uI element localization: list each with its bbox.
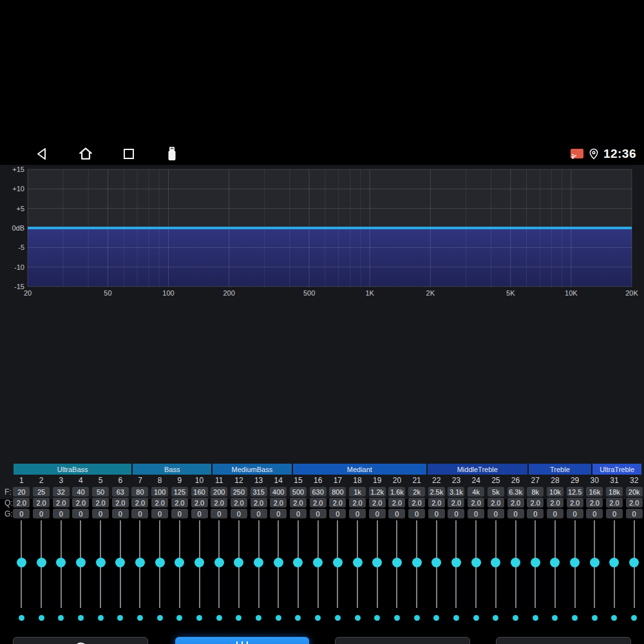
slider-knob-31[interactable] — [609, 558, 619, 567]
band-bass[interactable]: Bass — [133, 464, 211, 475]
gain-slider-26[interactable] — [506, 520, 526, 608]
band-bar: UltraBassBassMediumBassMediantMiddleTreb… — [14, 464, 641, 475]
slider-knob-24[interactable] — [471, 558, 481, 567]
band-treble[interactable]: Treble — [529, 464, 592, 475]
gain-slider-14[interactable] — [269, 520, 289, 608]
gain-slider-17[interactable] — [328, 520, 348, 608]
eq-tab-button[interactable] — [175, 637, 309, 644]
gain-slider-9[interactable] — [170, 520, 190, 608]
channel-dot-27 — [533, 615, 538, 621]
slider-knob-1[interactable] — [17, 558, 26, 567]
band-middletreble[interactable]: MiddleTreble — [428, 464, 527, 475]
gain-slider-19[interactable] — [367, 520, 387, 608]
freq-value-19: 1.2k — [369, 487, 386, 497]
slider-knob-11[interactable] — [214, 558, 224, 567]
usb-button[interactable] — [160, 144, 184, 164]
gain-slider-7[interactable] — [130, 520, 150, 608]
gain-slider-15[interactable] — [289, 520, 308, 608]
slider-knob-9[interactable] — [175, 558, 184, 567]
slider-knob-28[interactable] — [550, 558, 560, 567]
gain-slider-23[interactable] — [446, 520, 466, 608]
channel-number-32: 32 — [630, 476, 638, 485]
scene-button[interactable]: Scene — [335, 637, 470, 644]
gain-slider-8[interactable] — [150, 520, 170, 608]
slider-knob-22[interactable] — [431, 558, 441, 567]
gain-slider-3[interactable] — [51, 520, 71, 608]
gain-slider-28[interactable] — [545, 520, 565, 608]
slider-knob-18[interactable] — [353, 558, 363, 567]
channel-dot-32 — [631, 615, 637, 621]
freq-value-20: 1.6k — [388, 487, 405, 497]
gain-slider-21[interactable] — [407, 520, 427, 608]
slider-knob-26[interactable] — [511, 558, 520, 567]
slider-knob-2[interactable] — [37, 558, 46, 567]
gain-slider-1[interactable] — [12, 520, 32, 608]
channel-number-18: 18 — [353, 476, 361, 485]
gain-slider-27[interactable] — [526, 520, 545, 608]
band-ultrabass[interactable]: UltraBass — [14, 464, 131, 475]
gain-value-30: 0 — [586, 509, 603, 518]
gain-slider-6[interactable] — [110, 520, 130, 608]
channel-number-8: 8 — [158, 476, 162, 485]
freq-value-18: 1k — [349, 487, 366, 497]
gain-slider-11[interactable] — [209, 520, 229, 608]
slider-knob-10[interactable] — [194, 558, 204, 567]
gain-slider-16[interactable] — [308, 520, 328, 608]
gain-slider-2[interactable] — [32, 520, 52, 608]
slider-knob-13[interactable] — [254, 558, 263, 567]
gain-slider-32[interactable] — [624, 520, 644, 608]
slider-knob-17[interactable] — [333, 558, 343, 567]
gain-slider-25[interactable] — [486, 520, 506, 608]
back-button[interactable] — [31, 144, 54, 164]
slider-knob-8[interactable] — [155, 558, 165, 567]
q-value-row: 2.02.02.02.02.02.02.02.02.02.02.02.02.02… — [12, 498, 644, 507]
gain-slider-29[interactable] — [565, 520, 585, 608]
gain-slider-24[interactable] — [466, 520, 486, 608]
slider-knob-23[interactable] — [451, 558, 461, 567]
slider-knob-27[interactable] — [531, 558, 540, 567]
gain-slider-31[interactable] — [605, 520, 625, 608]
channel-dot-9 — [176, 615, 182, 621]
slider-knob-12[interactable] — [234, 558, 243, 567]
gain-slider-30[interactable] — [585, 520, 605, 608]
slider-knob-25[interactable] — [491, 558, 500, 567]
slider-knob-20[interactable] — [392, 558, 402, 567]
freq-value-13: 315 — [251, 487, 267, 497]
gain-slider-12[interactable] — [229, 520, 249, 608]
band-mediumbass[interactable]: MediumBass — [213, 464, 292, 475]
gain-slider-13[interactable] — [249, 520, 269, 608]
gain-slider-20[interactable] — [387, 520, 407, 608]
slider-knob-4[interactable] — [76, 558, 86, 567]
gain-slider-22[interactable] — [426, 520, 446, 608]
channel-dot-28 — [552, 615, 558, 621]
home-button[interactable] — [74, 144, 97, 164]
gain-slider-4[interactable] — [71, 520, 91, 608]
q-value-9: 2.0 — [171, 498, 188, 507]
slider-knob-32[interactable] — [629, 558, 639, 567]
recents-button[interactable] — [117, 144, 140, 164]
sound-field-button[interactable]: Sound field — [496, 637, 631, 644]
slider-knob-15[interactable] — [293, 558, 303, 567]
slider-knob-19[interactable] — [372, 558, 382, 567]
slider-knob-29[interactable] — [570, 558, 580, 567]
channel-dot-17 — [335, 615, 341, 621]
channel-dot-24 — [473, 615, 479, 621]
slider-knob-14[interactable] — [274, 558, 283, 567]
q-value-28: 2.0 — [547, 498, 564, 507]
slider-knob-30[interactable] — [590, 558, 600, 567]
gain-slider-5[interactable] — [91, 520, 111, 608]
band-ultratreble[interactable]: UltraTreble — [592, 464, 641, 475]
gain-value-28: 0 — [547, 509, 564, 518]
gain-slider-10[interactable] — [189, 520, 209, 608]
slider-knob-5[interactable] — [96, 558, 106, 567]
freq-value-25: 5k — [488, 487, 504, 497]
band-mediant[interactable]: Mediant — [293, 464, 426, 475]
svg-text:5K: 5K — [506, 289, 515, 297]
reset-button[interactable] — [13, 637, 148, 644]
slider-knob-6[interactable] — [115, 558, 125, 567]
slider-knob-3[interactable] — [56, 558, 66, 567]
slider-knob-21[interactable] — [412, 558, 422, 567]
slider-knob-7[interactable] — [135, 558, 145, 567]
slider-knob-16[interactable] — [313, 558, 323, 567]
gain-slider-18[interactable] — [348, 520, 368, 608]
